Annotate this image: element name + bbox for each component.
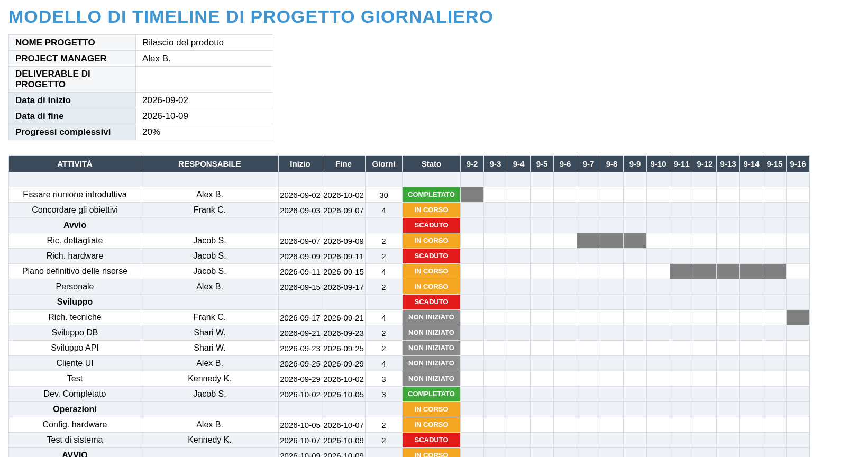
gantt-cell	[670, 356, 693, 371]
gantt-cell	[763, 310, 787, 325]
gantt-cell	[647, 203, 670, 218]
cell-activity: Concordare gli obiettivi	[9, 203, 141, 218]
gantt-cell	[787, 172, 810, 187]
status-badge: IN CORSO	[403, 417, 460, 432]
cell-activity: Personale	[9, 279, 141, 295]
phase-row: AVVIO2026-10-092026-10-09IN CORSO	[9, 448, 810, 458]
gantt-cell	[554, 341, 577, 356]
meta-row: DELIVERABLE DI PROGETTO	[9, 67, 273, 93]
cell-status: IN CORSO	[403, 264, 461, 279]
gantt-cell	[507, 295, 531, 310]
cell-days	[366, 448, 403, 458]
col-header-day: 9-12	[693, 156, 717, 172]
gantt-cell	[670, 203, 693, 218]
gantt-cell	[670, 371, 693, 387]
gantt-cell	[624, 249, 647, 264]
gantt-cell	[554, 310, 577, 325]
gantt-cell	[763, 341, 787, 356]
gantt-cell	[717, 279, 740, 295]
gantt-cell	[740, 203, 763, 218]
gantt-cell	[693, 448, 717, 458]
cell-days: 2	[366, 433, 403, 448]
cell-responsible: Jacob S.	[141, 249, 279, 264]
gantt-cell	[670, 433, 693, 448]
gantt-cell	[577, 264, 600, 279]
gantt-cell	[717, 356, 740, 371]
gantt-cell	[787, 203, 810, 218]
status-badge: NON INIZIATO	[403, 356, 460, 371]
gantt-cell	[787, 310, 810, 325]
gantt-cell	[531, 371, 554, 387]
cell-end	[322, 172, 366, 187]
gantt-cell	[670, 448, 693, 458]
gantt-cell	[647, 218, 670, 233]
gantt-cell	[787, 264, 810, 279]
gantt-cell	[693, 371, 717, 387]
cell-days	[366, 172, 403, 187]
cell-start: 2026-10-07	[279, 433, 322, 448]
gantt-cell	[484, 279, 507, 295]
gantt-cell	[763, 295, 787, 310]
gantt-cell	[740, 264, 763, 279]
gantt-cell	[600, 310, 624, 325]
cell-activity: Avvio	[9, 218, 141, 233]
gantt-cell	[717, 341, 740, 356]
gantt-cell	[531, 433, 554, 448]
status-badge: NON INIZIATO	[403, 325, 460, 340]
cell-days	[366, 218, 403, 233]
gantt-cell	[763, 249, 787, 264]
cell-days: 3	[366, 371, 403, 387]
gantt-cell	[531, 387, 554, 402]
gantt-cell	[670, 325, 693, 341]
gantt-cell	[554, 233, 577, 249]
gantt-cell	[624, 448, 647, 458]
gantt-cell	[461, 249, 484, 264]
meta-row: NOME PROGETTORilascio del prodotto	[9, 35, 273, 51]
cell-activity: Ric. dettagliate	[9, 233, 141, 249]
gantt-cell	[763, 402, 787, 417]
gantt-cell	[484, 295, 507, 310]
meta-value: 2026-10-09	[136, 108, 273, 124]
cell-start: 2026-10-05	[279, 417, 322, 433]
meta-label: NOME PROGETTO	[9, 35, 136, 51]
cell-end: 2026-09-11	[322, 249, 366, 264]
cell-days	[366, 295, 403, 310]
col-header-day: 9-16	[787, 156, 810, 172]
gantt-cell	[461, 356, 484, 371]
cell-responsible: Jacob S.	[141, 264, 279, 279]
gantt-cell	[740, 433, 763, 448]
gantt-cell	[787, 249, 810, 264]
cell-days: 2	[366, 233, 403, 249]
status-badge: IN CORSO	[403, 448, 460, 457]
gantt-cell	[787, 371, 810, 387]
cell-status: SCADUTO	[403, 433, 461, 448]
gantt-cell	[787, 218, 810, 233]
cell-activity: Sviluppo API	[9, 341, 141, 356]
gantt-cell	[507, 387, 531, 402]
grid-header-row: ATTIVITÀRESPONSABILEInizioFineGiorniStat…	[9, 156, 810, 172]
gantt-cell	[624, 310, 647, 325]
meta-row: Data di inizio2026-09-02	[9, 93, 273, 108]
gantt-cell	[717, 295, 740, 310]
gantt-cell	[507, 310, 531, 325]
col-header-responsible: RESPONSABILE	[141, 156, 279, 172]
meta-value	[136, 67, 273, 93]
task-row: Piano definitivo delle risorseJacob S.20…	[9, 264, 810, 279]
cell-days: 4	[366, 310, 403, 325]
cell-status: IN CORSO	[403, 233, 461, 249]
gantt-cell	[600, 387, 624, 402]
cell-end: 2026-10-05	[322, 387, 366, 402]
gantt-cell	[740, 325, 763, 341]
gantt-cell	[554, 295, 577, 310]
gantt-cell	[531, 325, 554, 341]
task-row: Sviluppo APIShari W.2026-09-232026-09-25…	[9, 341, 810, 356]
status-badge: SCADUTO	[403, 433, 460, 447]
meta-row: PROJECT MANAGERAlex B.	[9, 51, 273, 67]
cell-responsible: Alex B.	[141, 417, 279, 433]
gantt-cell	[531, 448, 554, 458]
cell-status: COMPLETATO	[403, 187, 461, 203]
cell-responsible	[141, 448, 279, 458]
gantt-cell	[577, 187, 600, 203]
cell-start: 2026-10-09	[279, 448, 322, 458]
status-badge: IN CORSO	[403, 279, 460, 294]
